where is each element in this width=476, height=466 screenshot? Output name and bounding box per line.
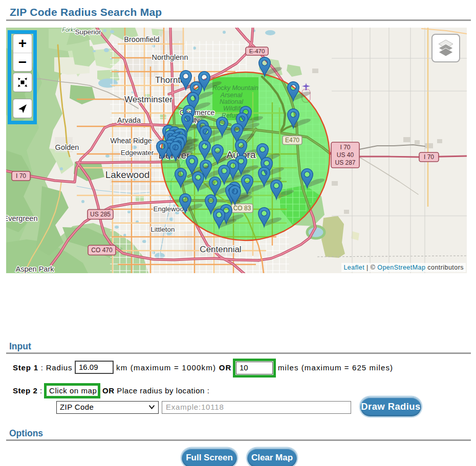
- svg-text:Forks: Forks: [62, 28, 76, 33]
- svg-text:Rocky Mountain: Rocky Mountain: [212, 84, 258, 92]
- svg-text:Lakewood: Lakewood: [105, 169, 150, 180]
- svg-text:US 287: US 287: [335, 159, 355, 166]
- svg-text:Aspen Park: Aspen Park: [16, 265, 55, 273]
- svg-text:Littleton: Littleton: [150, 226, 175, 233]
- svg-text:I 70: I 70: [340, 144, 350, 151]
- svg-text:Northglenn: Northglenn: [152, 53, 188, 61]
- svg-text:US 285: US 285: [90, 211, 111, 218]
- svg-text:Evergreen: Evergreen: [6, 214, 37, 223]
- svg-text:Golden: Golden: [55, 143, 79, 151]
- svg-text:Arsenal: Arsenal: [220, 92, 243, 99]
- svg-text:I 70: I 70: [16, 172, 26, 180]
- svg-text:Centennial: Centennial: [200, 245, 241, 254]
- svg-text:Superior: Superior: [75, 28, 101, 36]
- svg-text:Broomfield: Broomfield: [124, 35, 159, 43]
- svg-text:E470: E470: [285, 137, 299, 144]
- svg-text:Edgewater: Edgewater: [121, 149, 154, 157]
- svg-text:CO 470: CO 470: [91, 247, 113, 254]
- svg-text:E-470: E-470: [249, 48, 265, 54]
- svg-text:I 70: I 70: [424, 153, 434, 161]
- svg-text:National: National: [220, 98, 244, 105]
- svg-text:Arvada: Arvada: [117, 116, 141, 124]
- svg-text:CO 83: CO 83: [233, 205, 251, 212]
- svg-text:Westminster: Westminster: [124, 95, 172, 104]
- svg-text:Wheat Ridge: Wheat Ridge: [111, 137, 152, 145]
- svg-text:US 40: US 40: [337, 151, 354, 159]
